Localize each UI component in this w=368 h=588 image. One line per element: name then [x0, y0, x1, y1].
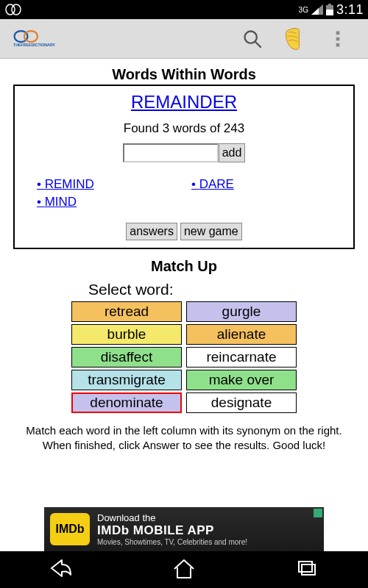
recent-apps-button[interactable] [294, 557, 319, 582]
main-word-link[interactable]: REMAINDER [22, 92, 346, 112]
svg-rect-3 [326, 10, 333, 15]
svg-rect-12 [336, 43, 340, 46]
words-within-title: Words Within Words [13, 66, 355, 83]
battery-icon [326, 4, 333, 15]
ad-line2: IMDb MOBILE APP [97, 523, 318, 538]
svg-rect-4 [328, 4, 331, 5]
status-bar: 3G 3:11 [0, 0, 368, 19]
ad-privacy-icon[interactable] [314, 509, 322, 517]
app-logo[interactable]: THEFREEDICTIONARY [9, 26, 231, 51]
match-left-cell[interactable]: retread [71, 301, 182, 322]
svg-line-9 [255, 41, 261, 47]
match-right-cell[interactable]: make over [186, 370, 297, 390]
ad-line3: Movies, Showtimes, TV, Celebrities and m… [97, 538, 318, 546]
ad-line1: Download the [97, 512, 318, 523]
answers-button[interactable]: answers [126, 223, 177, 240]
svg-text:THEFREEDICTIONARY: THEFREEDICTIONARY [13, 43, 55, 47]
word-input[interactable] [123, 143, 219, 162]
overflow-menu-icon[interactable] [322, 24, 353, 54]
matchup-title: Match Up [13, 258, 355, 275]
match-left-cell[interactable]: burble [71, 324, 182, 345]
found-word-link[interactable]: REMIND [37, 176, 191, 193]
clock: 3:11 [336, 2, 364, 18]
ad-logo: IMDb [50, 513, 90, 545]
matchup-prompt: Select word: [88, 281, 355, 298]
ad-banner[interactable]: IMDb Download the IMDb MOBILE APP Movies… [44, 507, 324, 551]
brain-icon[interactable] [280, 24, 311, 54]
network-label: 3G [299, 6, 308, 14]
svg-rect-14 [302, 564, 315, 575]
svg-rect-10 [336, 31, 340, 35]
matchup-card: Select word: retreadgurgleburblealienate… [13, 281, 355, 453]
found-word-link[interactable]: DARE [191, 176, 346, 193]
match-right-cell[interactable]: alienate [186, 324, 297, 345]
found-count-text: Found 3 words of 243 [22, 121, 346, 136]
words-within-card: REMAINDER Found 3 words of 243 add REMIN… [13, 85, 355, 249]
search-icon[interactable] [237, 24, 268, 54]
add-button[interactable]: add [219, 143, 246, 162]
svg-point-8 [245, 31, 257, 43]
svg-point-1 [12, 4, 21, 15]
match-right-cell[interactable]: reincarnate [186, 347, 297, 368]
match-left-cell[interactable]: denominate [71, 392, 182, 413]
svg-rect-13 [299, 562, 312, 572]
match-left-cell[interactable]: transmigrate [71, 370, 182, 390]
svg-point-6 [24, 31, 38, 42]
home-button[interactable] [171, 557, 197, 582]
match-right-cell[interactable]: designate [186, 392, 297, 413]
android-nav-bar [0, 551, 368, 588]
signal-icon [311, 4, 323, 15]
match-grid: retreadgurgleburblealienatedisaffectrein… [13, 301, 355, 413]
found-words-list: REMIND MIND DARE [37, 176, 346, 211]
new-game-button[interactable]: new game [180, 223, 242, 240]
app-status-icon [4, 3, 22, 16]
app-bar: THEFREEDICTIONARY [0, 19, 368, 59]
match-left-cell[interactable]: disaffect [71, 347, 182, 368]
matchup-instructions: Match each word in the left column with … [13, 423, 355, 453]
svg-rect-11 [336, 37, 340, 40]
match-right-cell[interactable]: gurgle [186, 301, 297, 322]
back-button[interactable] [49, 557, 74, 582]
found-word-link[interactable]: MIND [37, 193, 191, 211]
